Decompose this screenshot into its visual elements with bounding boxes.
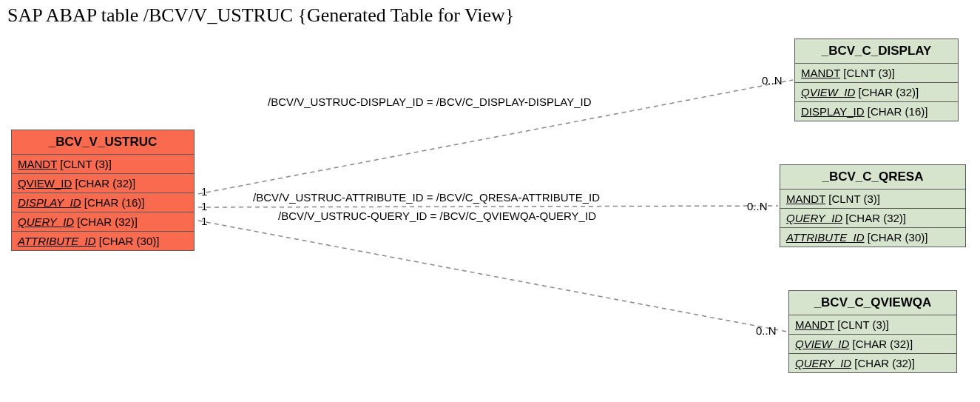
table-row: MANDT [CLNT (3)] [795, 64, 958, 83]
svg-line-1 [198, 206, 778, 207]
svg-line-2 [198, 221, 787, 332]
table-row: QVIEW_ID [CHAR (32)] [12, 174, 194, 193]
table-row: MANDT [CLNT (3)] [789, 315, 956, 335]
field-key: MANDT [801, 67, 840, 79]
entity-qresa-header: _BCV_C_QRESA [780, 165, 965, 190]
entity-qresa: _BCV_C_QRESA MANDT [CLNT (3)] QUERY_ID [… [780, 164, 966, 247]
entity-qviewqa-header: _BCV_C_QVIEWQA [789, 291, 956, 315]
page-title: SAP ABAP table /BCV/V_USTRUC {Generated … [7, 4, 514, 27]
field-type: [CHAR (16)] [84, 196, 145, 209]
field-type: [CHAR (30)] [99, 235, 160, 247]
field-type: [CHAR (32)] [75, 177, 136, 190]
field-key: QUERY_ID [795, 357, 851, 369]
field-key: QUERY_ID [786, 212, 842, 224]
entity-qviewqa: _BCV_C_QVIEWQA MANDT [CLNT (3)] QVIEW_ID… [788, 290, 957, 373]
cardinality-left-3: 1 [201, 215, 207, 227]
relation-label-3: /BCV/V_USTRUC-QUERY_ID = /BCV/C_QVIEWQA-… [278, 210, 596, 222]
entity-ustruc: _BCV_V_USTRUC MANDT [CLNT (3)] QVIEW_ID … [11, 130, 195, 251]
table-row: MANDT [CLNT (3)] [12, 155, 194, 174]
table-row: ATTRIBUTE_ID [CHAR (30)] [12, 232, 194, 250]
cardinality-right-2: 0..N [747, 200, 768, 212]
field-type: [CHAR (32)] [77, 215, 138, 228]
cardinality-right-1: 0..N [762, 74, 783, 87]
field-key: DISPLAY_ID [18, 196, 81, 209]
field-key: DISPLAY_ID [801, 105, 865, 118]
cardinality-right-3: 0..N [756, 324, 777, 337]
field-key: QVIEW_ID [18, 177, 72, 190]
field-type: [CLNT (3)] [843, 67, 895, 79]
field-type: [CLNT (3)] [60, 158, 112, 170]
field-key: QVIEW_ID [795, 338, 849, 350]
table-row: QUERY_ID [CHAR (32)] [780, 209, 965, 228]
table-row: QVIEW_ID [CHAR (32)] [795, 83, 958, 102]
relation-label-1: /BCV/V_USTRUC-DISPLAY_ID = /BCV/C_DISPLA… [268, 96, 592, 108]
table-row: QUERY_ID [CHAR (32)] [789, 354, 956, 372]
field-key: ATTRIBUTE_ID [786, 231, 865, 244]
relation-label-2: /BCV/V_USTRUC-ATTRIBUTE_ID = /BCV/C_QRES… [253, 191, 600, 204]
field-type: [CLNT (3)] [828, 192, 880, 205]
entity-display-header: _BCV_C_DISPLAY [795, 39, 958, 64]
field-key: MANDT [795, 318, 834, 331]
cardinality-left-2: 1 [201, 200, 207, 212]
table-row: MANDT [CLNT (3)] [780, 190, 965, 209]
field-key: MANDT [786, 192, 825, 205]
field-type: [CLNT (3)] [837, 318, 889, 331]
field-type: [CHAR (32)] [853, 338, 913, 350]
field-key: ATTRIBUTE_ID [18, 235, 96, 247]
field-type: [CHAR (32)] [859, 86, 919, 98]
cardinality-left-1: 1 [201, 185, 207, 198]
table-row: DISPLAY_ID [CHAR (16)] [795, 102, 958, 121]
field-key: QVIEW_ID [801, 86, 855, 98]
field-type: [CHAR (32)] [845, 212, 906, 224]
table-row: DISPLAY_ID [CHAR (16)] [12, 193, 194, 212]
field-type: [CHAR (16)] [868, 105, 928, 118]
table-row: QUERY_ID [CHAR (32)] [12, 212, 194, 232]
field-type: [CHAR (32)] [854, 357, 915, 369]
table-row: ATTRIBUTE_ID [CHAR (30)] [780, 228, 965, 247]
entity-ustruc-header: _BCV_V_USTRUC [12, 130, 194, 155]
entity-display: _BCV_C_DISPLAY MANDT [CLNT (3)] QVIEW_ID… [794, 38, 959, 121]
table-row: QVIEW_ID [CHAR (32)] [789, 335, 956, 354]
field-key: QUERY_ID [18, 215, 74, 228]
field-key: MANDT [18, 158, 57, 170]
field-type: [CHAR (30)] [868, 231, 928, 244]
